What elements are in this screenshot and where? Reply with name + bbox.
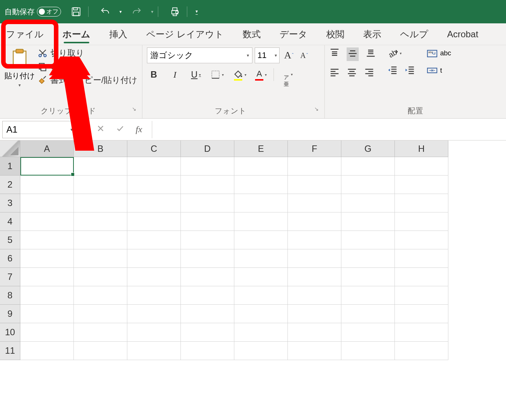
cell[interactable]	[395, 249, 448, 268]
cell[interactable]	[20, 212, 74, 231]
cell[interactable]	[341, 305, 395, 323]
tab-file[interactable]: ファイル	[4, 24, 46, 44]
tab-view[interactable]: 表示	[361, 24, 384, 44]
merge-center-button[interactable]: t	[427, 65, 451, 76]
undo-dropdown[interactable]: ▾	[119, 9, 122, 14]
cell[interactable]	[341, 323, 395, 342]
cell[interactable]	[395, 286, 448, 305]
cell[interactable]	[288, 342, 341, 360]
col-header[interactable]: A	[20, 141, 74, 157]
cell[interactable]	[288, 194, 341, 212]
wrap-text-button[interactable]: abc abc	[427, 47, 451, 59]
cell[interactable]	[181, 231, 234, 249]
cell[interactable]	[181, 249, 234, 268]
cell[interactable]	[288, 305, 341, 323]
cell[interactable]	[395, 176, 448, 194]
cell[interactable]	[20, 342, 74, 360]
paste-dropdown-icon[interactable]: ▾	[18, 82, 21, 88]
name-box[interactable]: A1 ▾	[2, 121, 77, 138]
row-header[interactable]: 11	[0, 342, 20, 360]
border-button[interactable]: ▾	[210, 68, 224, 81]
cell[interactable]	[74, 342, 127, 360]
cell[interactable]	[234, 249, 288, 268]
cell[interactable]	[74, 194, 127, 212]
formula-input[interactable]	[152, 121, 506, 138]
clipboard-dialog-launcher[interactable]: ↘	[132, 106, 137, 112]
tab-page-layout[interactable]: ページ レイアウト	[144, 24, 226, 44]
row-header[interactable]: 9	[0, 305, 20, 323]
col-header[interactable]: F	[288, 141, 341, 157]
cell[interactable]	[395, 194, 448, 212]
insert-function-button[interactable]: fx	[136, 124, 142, 134]
align-bottom-button[interactable]	[365, 47, 376, 61]
align-right-button[interactable]	[364, 67, 375, 79]
cell[interactable]	[74, 305, 127, 323]
italic-button[interactable]: I	[168, 68, 182, 81]
cell[interactable]	[288, 157, 341, 176]
cell[interactable]	[20, 249, 74, 268]
cell[interactable]	[127, 249, 181, 268]
align-top-button[interactable]	[329, 47, 340, 61]
cell[interactable]	[74, 212, 127, 231]
print-preview-button[interactable]	[167, 4, 182, 19]
cell[interactable]	[341, 249, 395, 268]
font-color-button[interactable]: A ▾	[252, 68, 266, 81]
row-header[interactable]: 8	[0, 286, 20, 305]
cell[interactable]	[234, 268, 288, 286]
cell[interactable]	[181, 176, 234, 194]
cell[interactable]	[395, 212, 448, 231]
cell[interactable]	[20, 194, 74, 212]
save-button[interactable]	[69, 4, 84, 19]
cell[interactable]	[288, 176, 341, 194]
cell[interactable]	[181, 342, 234, 360]
tab-insert[interactable]: 挿入	[107, 24, 130, 44]
decrease-indent-button[interactable]	[387, 65, 398, 77]
align-center-button[interactable]	[347, 67, 357, 79]
cell[interactable]	[127, 305, 181, 323]
cell[interactable]	[181, 268, 234, 286]
cells-area[interactable]	[20, 157, 448, 360]
cell[interactable]	[395, 305, 448, 323]
cell[interactable]	[234, 157, 288, 176]
cell[interactable]	[288, 231, 341, 249]
paste-button[interactable]: 貼り付け ▾	[5, 47, 35, 88]
cell[interactable]	[288, 249, 341, 268]
cell[interactable]	[234, 231, 288, 249]
orientation-button[interactable]: ab▾	[387, 47, 415, 59]
cell[interactable]	[181, 305, 234, 323]
formula-bar-grip[interactable]	[79, 126, 87, 133]
tab-help[interactable]: ヘルプ	[398, 24, 431, 44]
cell[interactable]	[181, 194, 234, 212]
redo-button[interactable]	[129, 4, 144, 19]
row-header[interactable]: 1	[0, 157, 20, 176]
cell[interactable]	[74, 231, 127, 249]
cell[interactable]	[234, 323, 288, 342]
cell[interactable]	[395, 231, 448, 249]
increase-font-size-button[interactable]: Aˆ	[282, 50, 296, 61]
copy-button[interactable]: コピー ▾	[38, 61, 138, 72]
col-header[interactable]: G	[341, 141, 395, 157]
font-dialog-launcher[interactable]: ↘	[314, 106, 319, 112]
cell[interactable]	[127, 268, 181, 286]
cell[interactable]	[181, 212, 234, 231]
cell[interactable]	[341, 157, 395, 176]
cell[interactable]	[288, 268, 341, 286]
tab-acrobat[interactable]: Acrobat	[445, 25, 481, 43]
phonetic-guide-button[interactable]: ア亜▾	[281, 68, 295, 81]
tab-home[interactable]: ホーム	[60, 24, 93, 44]
row-header[interactable]: 7	[0, 268, 20, 286]
select-all-corner[interactable]	[0, 141, 20, 157]
tab-data[interactable]: データ	[277, 24, 310, 44]
align-middle-button[interactable]	[347, 47, 359, 61]
cell[interactable]	[341, 231, 395, 249]
font-size-selector[interactable]: 11 ▾	[255, 47, 280, 63]
cell[interactable]	[127, 194, 181, 212]
cell[interactable]	[74, 268, 127, 286]
undo-button[interactable]	[98, 4, 113, 19]
tab-review[interactable]: 校閲	[324, 24, 347, 44]
cell[interactable]	[74, 157, 127, 176]
cell[interactable]	[20, 268, 74, 286]
cell[interactable]	[127, 212, 181, 231]
cell[interactable]	[127, 342, 181, 360]
cell[interactable]	[127, 176, 181, 194]
